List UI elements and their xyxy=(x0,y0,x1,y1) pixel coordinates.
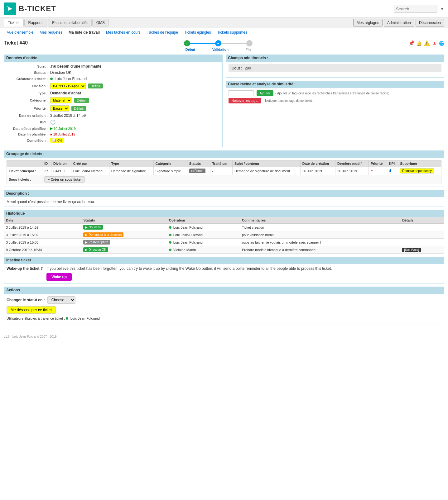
col-supprimer: Supprimer xyxy=(398,160,441,167)
creator-dot xyxy=(50,78,53,80)
priorite-bars: ≡ xyxy=(371,169,373,173)
progress-bar-area: ✓ ● ○ Début Validation Fin xyxy=(34,40,402,51)
rollback-badge[interactable]: [Roll Back] xyxy=(402,248,421,252)
definir-priorite-button[interactable]: Définir xyxy=(71,106,86,111)
unassign-row: Me déssasigner ce ticket xyxy=(7,306,441,314)
col-cree-par: Créé par xyxy=(71,160,109,167)
create-sub-ticket-button[interactable]: + Créer un sous-ticket xyxy=(44,176,85,183)
svg-rect-2 xyxy=(7,6,8,7)
donnees-entete-header: Données d'entête : xyxy=(4,55,223,61)
description-body: Merci quand c'est possible de me livrer … xyxy=(4,197,444,207)
logo-box xyxy=(4,2,16,15)
wakeup-button[interactable]: Wake up xyxy=(46,273,72,281)
statut-choose-select[interactable]: Choose... xyxy=(47,296,75,304)
sub-nav-ma-liste[interactable]: Ma liste de travail xyxy=(65,29,103,36)
header-right: ▼ xyxy=(394,5,444,13)
date-creation-label: Date de création : xyxy=(7,114,50,117)
add-tag-button[interactable]: Ajouter xyxy=(257,90,274,96)
description-header: Description : xyxy=(4,190,444,197)
pin-icon[interactable]: 📌 xyxy=(408,40,415,46)
kpi-value: 🕐 xyxy=(50,120,220,125)
date-debut-text: 10 Juillet 2019 xyxy=(54,127,76,131)
tags-row: Ajouter - Ajouter un tag (cela aide les … xyxy=(229,90,442,96)
mes-reglages-button[interactable]: Mes réglages xyxy=(353,19,383,26)
sub-nav-tickets-supprimes[interactable]: Tickets supprimés xyxy=(214,29,250,36)
division-select[interactable]: BAPPLI - B-Appli xyxy=(50,83,86,89)
col-categorie: Catégorie xyxy=(153,160,187,167)
op-dot-1 xyxy=(169,234,171,236)
date-debut-arrow: ▶ xyxy=(50,126,53,131)
hist-details-3: [Roll Back] xyxy=(400,246,444,254)
date-fin-text: 10 Juillet 2019 xyxy=(53,132,75,136)
nav-tab-rapports[interactable]: Rapports xyxy=(24,19,48,26)
nav-tab-qms[interactable]: QMS xyxy=(92,19,109,26)
bell-icon[interactable]: 🔔 xyxy=(417,41,422,46)
op-dot-2 xyxy=(169,241,171,244)
priorite-select[interactable]: Basse xyxy=(50,105,69,112)
step-validation: ● xyxy=(215,40,221,46)
row-division: Division : BAPPLI - B-Appli Définir xyxy=(7,83,220,89)
sub-nav-tickets-epingles[interactable]: Tickets épinglés xyxy=(181,29,214,36)
tp-derniere-modif: 26 Juin 2019 xyxy=(335,167,369,175)
section-donnees-entete: Données d'entête : Sujet : J'ai besoin d… xyxy=(4,55,223,147)
step-labels: Début Validation Fin xyxy=(185,48,251,51)
date-fin-label: Date fin planifiée : xyxy=(7,132,50,136)
row-completion: Complétion : 📊 0% xyxy=(7,138,220,143)
tp-date-creation: 26 Juin 2019 xyxy=(300,167,335,175)
description-section: Description : Merci quand c'est possible… xyxy=(4,190,444,207)
hist-op-1: Loïc Jean-Fulcrand xyxy=(167,231,240,239)
champs-additionnels-header: Champs additionnels : xyxy=(226,55,445,61)
step-debut: ✓ xyxy=(184,40,190,46)
warning-icon[interactable]: ⚠️ xyxy=(424,40,430,46)
nav-tab-tickets[interactable]: Tickets xyxy=(4,19,24,26)
definir-division-button[interactable]: Définir xyxy=(88,83,103,88)
sub-nav-vue-ensemble[interactable]: Vue d'ensemble xyxy=(4,29,36,36)
statuts-value: Direction OK xyxy=(50,70,220,75)
inactive-ticket-content: If you believe this ticket has been forg… xyxy=(46,266,332,281)
hist-col-statuts: Statuts xyxy=(81,217,167,224)
cout-value: 290 xyxy=(245,66,251,70)
kpi-bar-2 xyxy=(390,169,391,172)
priorite-label: Priorité : xyxy=(7,107,50,110)
deconnexion-button[interactable]: Déconnexion xyxy=(416,19,444,26)
sub-nav-taches-equipe[interactable]: Tâches de l'équipe xyxy=(144,29,181,36)
sous-tickets-row: Sous-tickets : + Créer un sous-ticket xyxy=(7,175,441,184)
app-title: B-TICKET xyxy=(19,4,56,13)
flag-icon[interactable]: 🔺 xyxy=(432,41,437,46)
definir-categorie-button[interactable]: Définir xyxy=(74,98,89,103)
tag-input[interactable] xyxy=(229,90,253,96)
administration-button[interactable]: Administration xyxy=(384,19,414,26)
completion-badge: 📊 0% xyxy=(50,138,64,143)
clear-tags-button[interactable]: Nettoyer les tags. xyxy=(229,98,262,103)
hist-col-details: Détails xyxy=(400,217,444,224)
footer-text: v1.6 - Loïc Jean-Fulcrand 2007 - 2019 xyxy=(4,335,57,338)
sub-nav-mes-taches[interactable]: Mes tâches en cours xyxy=(103,29,144,36)
filter-icon[interactable]: ▼ xyxy=(440,6,444,11)
description-content: Merci quand c'est possible de me livrer … xyxy=(7,200,441,204)
sujet-value: J'ai besoin d'une imprimante xyxy=(50,64,220,69)
hist-date-2: 3 Juillet 2019 à 15:05 xyxy=(4,239,81,246)
priorite-value: Basse Définir xyxy=(50,105,220,112)
groupage-body: ID Division Créé par Type Catégorie Stat… xyxy=(4,157,444,187)
eligible-row: Utilisateurs éligibles à traiter ce tick… xyxy=(7,316,441,321)
hist-comment-3: Prendre modèle identique à dernière comm… xyxy=(240,246,400,254)
hist-row-3: 9 Octobre 2019 à 16:34 ▶ Direction OK Vi… xyxy=(4,246,444,254)
ferme-icon: ⊠ xyxy=(191,169,194,173)
actions-body: Changer le statut en : Choose... Me déss… xyxy=(4,293,444,323)
sub-nav-mes-requetes[interactable]: Mes requêtes xyxy=(36,29,65,36)
nav-left: Tickets Rapports Espaces collaboratifs Q… xyxy=(4,19,109,26)
search-input[interactable] xyxy=(394,5,437,13)
remove-dependency-button[interactable]: Remove dependency xyxy=(400,168,434,174)
unassign-button[interactable]: Me déssasigner ce ticket xyxy=(7,306,56,314)
nav-tab-espaces[interactable]: Espaces collaboratifs xyxy=(48,19,91,26)
translate-icon[interactable]: 🌐 xyxy=(439,41,444,46)
groupage-table: ID Division Créé par Type Catégorie Stat… xyxy=(7,160,441,184)
categorie-select[interactable]: Matériel xyxy=(50,97,72,103)
hist-status-0: ▶ Nouveau xyxy=(81,224,167,231)
groupage-header: Groupage de tickets : xyxy=(4,150,444,157)
row-categorie: Catégorie : Matériel Définir xyxy=(7,97,220,103)
inactive-ticket-message: If you believe this ticket has been forg… xyxy=(46,266,332,271)
col-sujet: Sujet / contenu xyxy=(233,160,301,167)
tp-type: Demande de signature xyxy=(109,167,153,175)
date-fin-value: ■ 10 Juillet 2019 xyxy=(50,132,220,136)
